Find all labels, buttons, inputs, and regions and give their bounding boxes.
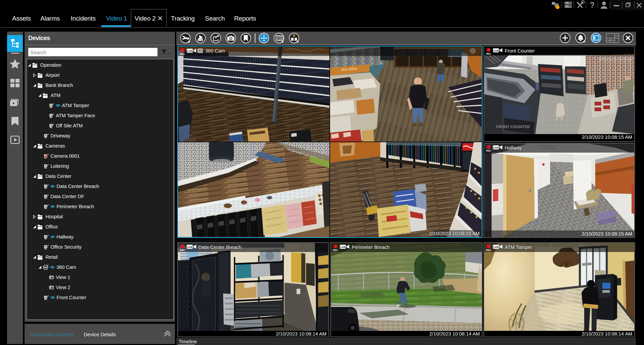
- svg-text:LIVE: LIVE: [493, 246, 499, 249]
- svg-text:LIVE: LIVE: [187, 49, 193, 52]
- svg-text:REC: REC: [486, 249, 491, 251]
- svg-text:LIVE: LIVE: [340, 246, 346, 249]
- svg-text:360: 360: [44, 266, 47, 269]
- svg-text:LIVE: LIVE: [187, 246, 192, 249]
- svg-text:REC: REC: [486, 53, 491, 55]
- svg-text:REC: REC: [333, 249, 338, 251]
- svg-text:10/01/2022 12:40:50: 10/01/2022 12:40:50: [598, 57, 632, 61]
- svg-text:FRONT COUNTER: FRONT COUNTER: [496, 125, 530, 129]
- svg-text:REC: REC: [486, 150, 491, 152]
- svg-text:LIVE: LIVE: [493, 146, 499, 149]
- svg-text:REC: REC: [180, 53, 185, 55]
- svg-text:LIVE: LIVE: [493, 49, 499, 52]
- svg-text:REC: REC: [180, 249, 185, 251]
- svg-text:?: ?: [590, 0, 595, 9]
